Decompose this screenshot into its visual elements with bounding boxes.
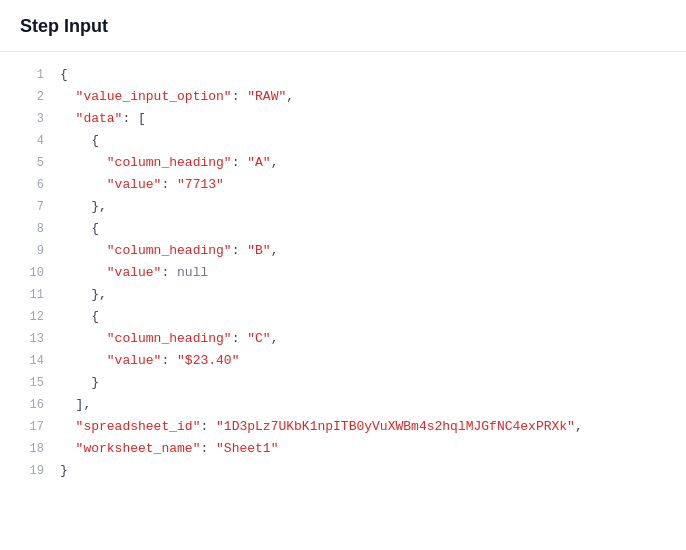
- line-number: 12: [16, 306, 44, 328]
- table-row: 16 ],: [0, 394, 686, 416]
- line-number: 15: [16, 372, 44, 394]
- line-content: "value_input_option": "RAW",: [60, 86, 294, 108]
- line-content: }: [60, 460, 68, 482]
- page-title: Step Input: [20, 16, 108, 36]
- table-row: 11 },: [0, 284, 686, 306]
- line-number: 4: [16, 130, 44, 152]
- line-number: 1: [16, 64, 44, 86]
- table-row: 19}: [0, 460, 686, 482]
- table-row: 1{: [0, 64, 686, 86]
- line-number: 9: [16, 240, 44, 262]
- line-content: "data": [: [60, 108, 146, 130]
- line-number: 16: [16, 394, 44, 416]
- line-number: 2: [16, 86, 44, 108]
- line-number: 8: [16, 218, 44, 240]
- table-row: 9 "column_heading": "B",: [0, 240, 686, 262]
- line-content: {: [60, 218, 99, 240]
- line-content: "column_heading": "B",: [60, 240, 278, 262]
- line-number: 3: [16, 108, 44, 130]
- line-content: "column_heading": "C",: [60, 328, 278, 350]
- table-row: 13 "column_heading": "C",: [0, 328, 686, 350]
- line-content: "value": "7713": [60, 174, 224, 196]
- line-content: "column_heading": "A",: [60, 152, 278, 174]
- line-content: "value": null: [60, 262, 208, 284]
- table-row: 5 "column_heading": "A",: [0, 152, 686, 174]
- line-content: }: [60, 372, 99, 394]
- table-row: 14 "value": "$23.40": [0, 350, 686, 372]
- line-content: },: [60, 284, 107, 306]
- table-row: 4 {: [0, 130, 686, 152]
- line-number: 13: [16, 328, 44, 350]
- line-number: 6: [16, 174, 44, 196]
- table-row: 18 "worksheet_name": "Sheet1": [0, 438, 686, 460]
- line-content: "worksheet_name": "Sheet1": [60, 438, 278, 460]
- line-number: 10: [16, 262, 44, 284]
- table-row: 15 }: [0, 372, 686, 394]
- table-row: 7 },: [0, 196, 686, 218]
- line-content: {: [60, 306, 99, 328]
- line-number: 18: [16, 438, 44, 460]
- line-content: "value": "$23.40": [60, 350, 239, 372]
- line-number: 5: [16, 152, 44, 174]
- line-content: "spreadsheet_id": "1D3pLz7UKbK1npITB0yVu…: [60, 416, 583, 438]
- line-number: 19: [16, 460, 44, 482]
- table-row: 6 "value": "7713": [0, 174, 686, 196]
- table-row: 12 {: [0, 306, 686, 328]
- table-row: 10 "value": null: [0, 262, 686, 284]
- line-content: },: [60, 196, 107, 218]
- step-input-header: Step Input: [0, 0, 686, 52]
- table-row: 3 "data": [: [0, 108, 686, 130]
- line-number: 7: [16, 196, 44, 218]
- line-content: {: [60, 64, 68, 86]
- line-number: 14: [16, 350, 44, 372]
- line-number: 11: [16, 284, 44, 306]
- code-block: 1{2 "value_input_option": "RAW",3 "data"…: [0, 52, 686, 494]
- line-content: {: [60, 130, 99, 152]
- line-content: ],: [60, 394, 91, 416]
- table-row: 17 "spreadsheet_id": "1D3pLz7UKbK1npITB0…: [0, 416, 686, 438]
- line-number: 17: [16, 416, 44, 438]
- table-row: 8 {: [0, 218, 686, 240]
- table-row: 2 "value_input_option": "RAW",: [0, 86, 686, 108]
